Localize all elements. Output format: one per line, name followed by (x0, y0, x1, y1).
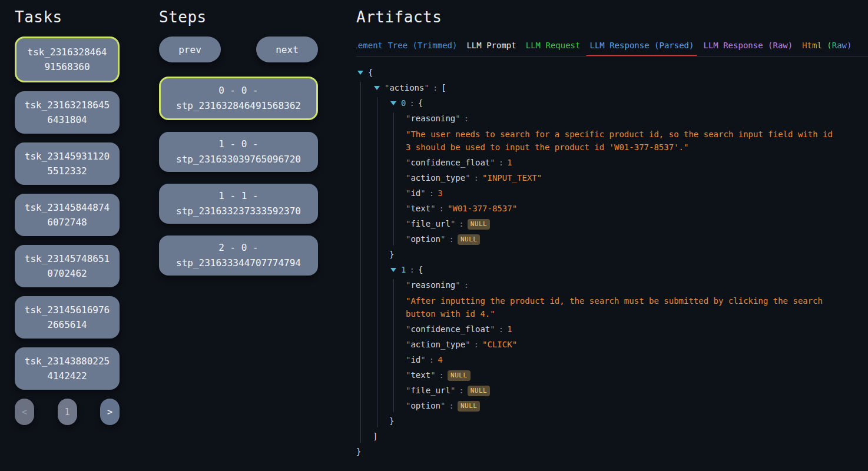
json-closer-row: } (389, 248, 868, 261)
json-key-row: text:NULL (406, 369, 868, 382)
colon: : (499, 324, 503, 334)
json-level-2: 0:{ reasoning: The user needs to search … (377, 97, 868, 427)
tab-llm-response-raw[interactable]: LLM Response (Raw) (698, 37, 797, 56)
artifacts-title: Artifacts (356, 8, 868, 26)
json-level-3: reasoning: After inputting the product i… (393, 279, 868, 412)
json-key: text (406, 370, 436, 380)
json-key: id (406, 355, 426, 364)
null-badge: NULL (468, 219, 491, 230)
tab-llm-prompt[interactable]: LLM Prompt (462, 37, 521, 56)
json-key: id (406, 188, 426, 198)
json-closer-row: } (389, 415, 868, 427)
collapse-arrow-icon[interactable] (390, 101, 396, 105)
current-page-button[interactable]: 1 (58, 399, 77, 425)
colon: : (459, 386, 463, 395)
json-key: confidence_float (406, 324, 495, 334)
collapse-arrow-icon[interactable] (390, 268, 396, 272)
collapse-arrow-icon[interactable] (374, 86, 380, 90)
next-step-button[interactable]: next (256, 37, 318, 62)
tab-llm-request[interactable]: LLM Request (521, 37, 585, 56)
artifacts-panel: Artifacts Element Tree (Trimmed) LLM Pro… (356, 8, 868, 461)
json-key: file_url (406, 219, 455, 228)
json-closer-row: ] (373, 430, 868, 443)
step-list: 0 - 0 - stp_231632846491568362 1 - 0 - s… (159, 77, 318, 276)
json-int-value: 3 (438, 188, 442, 198)
app-root: Tasks tsk_231632846491568360 tsk_2316321… (0, 0, 868, 461)
task-button[interactable]: tsk_231632186456431804 (15, 91, 120, 134)
json-index-row: 1:{ (389, 264, 868, 276)
json-root-row: { (356, 67, 868, 79)
steps-panel: Steps prev next 0 - 0 - stp_231632846491… (159, 8, 318, 461)
step-button[interactable]: 0 - 0 - stp_231632846491568362 (159, 77, 318, 120)
json-key-row: confidence_float:1 (406, 323, 868, 336)
json-actions-row: actions:[ (373, 82, 868, 94)
json-key: actions (385, 83, 429, 92)
close-brace: } (389, 250, 394, 259)
json-key: reasoning (406, 114, 460, 123)
json-level-3: reasoning: The user needs to search for … (393, 112, 868, 246)
json-key-row: reasoning: (406, 279, 868, 291)
colon: : (464, 280, 469, 290)
json-string-value: INPUT_TEXT (482, 173, 542, 183)
json-key: action_type (406, 340, 471, 349)
json-key: file_url (406, 386, 455, 395)
json-key: option (406, 401, 445, 410)
json-index-row: 0:{ (389, 97, 868, 110)
open-brace: { (368, 68, 373, 77)
task-button[interactable]: tsk_231438802254142422 (15, 347, 120, 390)
json-key-row: id:3 (406, 187, 868, 200)
colon: : (449, 401, 453, 410)
colon: : (439, 204, 444, 213)
colon: : (409, 98, 414, 108)
steps-title: Steps (159, 8, 318, 26)
tab-element-tree-trimmed[interactable]: Element Tree (Trimmed) (356, 37, 462, 56)
colon: : (474, 173, 479, 183)
json-string-value: After inputting the product id, the sear… (406, 294, 837, 320)
task-button[interactable]: tsk_231632846491568360 (15, 37, 120, 82)
json-key: confidence_float (406, 158, 495, 167)
colon: : (429, 355, 434, 364)
json-string-value: W01-377-8537 (448, 204, 517, 213)
tasks-title: Tasks (15, 8, 120, 26)
close-bracket: ] (373, 432, 377, 441)
next-page-button[interactable]: > (100, 399, 120, 425)
json-key-row: option:NULL (406, 400, 868, 412)
tab-llm-response-parsed[interactable]: LLM Response (Parsed) (585, 37, 698, 56)
colon: : (474, 340, 479, 349)
step-button[interactable]: 1 - 0 - stp_231633039765096720 (159, 132, 318, 172)
colon: : (459, 219, 463, 228)
colon: : (433, 83, 438, 92)
step-button[interactable]: 1 - 1 - stp_231633237333592370 (159, 184, 318, 224)
artifacts-tabbar: Element Tree (Trimmed) LLM Prompt LLM Re… (356, 37, 868, 57)
close-brace: } (389, 416, 394, 426)
json-key-row: file_url:NULL (406, 384, 868, 397)
json-viewer: { actions:[ 0:{ reasoning: (356, 67, 868, 458)
tasks-panel: Tasks tsk_231632846491568360 tsk_2316321… (15, 8, 120, 461)
task-button[interactable]: tsk_231457486510702462 (15, 245, 120, 287)
colon: : (409, 265, 414, 274)
null-badge: NULL (468, 386, 491, 396)
json-key: action_type (406, 173, 471, 183)
task-button[interactable]: tsk_231456169762665614 (15, 296, 120, 339)
json-key-row: option:NULL (406, 233, 868, 246)
tab-html-raw[interactable]: Html (Raw) (797, 37, 856, 56)
json-key-row: id:4 (406, 354, 868, 366)
open-brace: { (418, 98, 423, 108)
json-float-value: 1 (507, 324, 512, 334)
colon: : (464, 114, 469, 123)
json-key-row: file_url:NULL (406, 218, 868, 230)
tasks-pagination: < 1 > (15, 399, 120, 425)
prev-page-button[interactable]: < (15, 399, 34, 425)
task-button[interactable]: tsk_231458448746072748 (15, 194, 120, 236)
prev-step-button[interactable]: prev (159, 37, 221, 62)
close-brace: } (356, 447, 361, 456)
null-badge: NULL (458, 234, 481, 245)
open-bracket: [ (441, 83, 446, 92)
step-button[interactable]: 2 - 0 - stp_231633344707774794 (159, 236, 318, 276)
colon: : (449, 234, 453, 244)
step-nav: prev next (159, 37, 318, 62)
json-level-1: actions:[ 0:{ reasoning: The user needs … (360, 82, 868, 443)
collapse-arrow-icon[interactable] (357, 71, 363, 75)
task-button[interactable]: tsk_231459311205512332 (15, 142, 120, 185)
json-string-value: CLICK (482, 340, 517, 349)
